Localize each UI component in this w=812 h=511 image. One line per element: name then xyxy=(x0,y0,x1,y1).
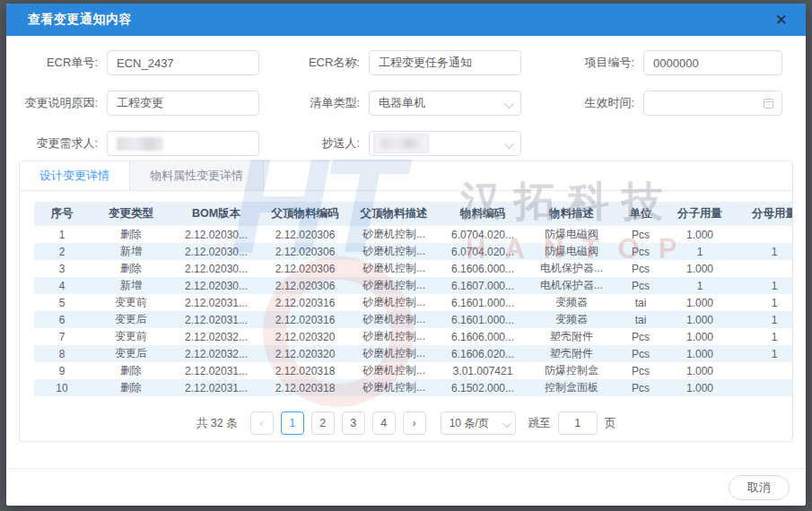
table-cell: 6.1607.000... xyxy=(438,277,528,294)
table-cell: 7 xyxy=(34,328,90,345)
table-cell: 2.12.02030... xyxy=(172,277,260,294)
table-row[interactable]: 3删除2.12.02030...2.12.020306砂磨机控制...6.160… xyxy=(34,260,792,277)
page-size-select[interactable]: 10 条/页 xyxy=(441,411,516,435)
column-header: 父顶物料描述 xyxy=(350,202,438,226)
ecr-name-input[interactable] xyxy=(369,50,521,75)
table-cell: 砂磨机控制... xyxy=(350,328,438,345)
table-cell: 1.000 xyxy=(666,260,734,277)
jump-page-input[interactable] xyxy=(558,411,598,435)
table-cell: 2.12.02031... xyxy=(172,362,260,379)
table-row[interactable]: 8变更后2.12.02032...2.12.020320砂磨机控制...6.16… xyxy=(34,345,792,362)
table-cell: tai xyxy=(616,294,666,311)
page-button[interactable]: 4 xyxy=(372,411,396,435)
table-cell: 4 xyxy=(34,277,90,294)
jump-unit: 页 xyxy=(605,416,616,431)
form-row-3: 变更需求人: 抄送人: xyxy=(19,131,788,156)
ecr-name-label: ECR名称: xyxy=(277,55,360,71)
table-row[interactable]: 7变更前2.12.02032...2.12.020320砂磨机控制...6.16… xyxy=(34,328,792,345)
table-cell: 6.1601.000... xyxy=(438,294,528,311)
change-reason-label: 变更说明原因: xyxy=(19,95,98,111)
change-table: 序号变更类型BOM版本父顶物料编码父顶物料描述物料编码物料描述单位分子用量分母用… xyxy=(34,202,792,396)
field-change-requester: 变更需求人: xyxy=(19,131,259,156)
table-cell: 删除 xyxy=(90,226,172,243)
table-cell: Pcs xyxy=(616,328,666,345)
table-cell: Pcs xyxy=(616,362,666,379)
chevron-down-icon xyxy=(504,139,514,149)
table-cell: 2.12.02031... xyxy=(172,311,260,328)
total-count: 共 32 条 xyxy=(196,416,238,431)
list-type-value: 电器单机 xyxy=(379,95,425,111)
tab-material-attr-change-detail[interactable]: 物料属性变更详情 xyxy=(130,161,264,190)
table-cell: 1.000 xyxy=(666,345,734,362)
project-no-input[interactable] xyxy=(643,50,782,75)
change-reason-input[interactable] xyxy=(107,91,259,116)
table-cell: 6.0704.020... xyxy=(438,226,528,243)
dialog-title: 查看变更通知内容 xyxy=(28,12,132,28)
field-list-type: 清单类型: 电器单机 xyxy=(277,91,521,116)
table-cell: 2.12.02031... xyxy=(172,294,260,311)
table-cell: 1.000 xyxy=(666,294,734,311)
table-row[interactable]: 6变更后2.12.02031...2.12.020316砂磨机控制...6.16… xyxy=(34,311,792,328)
table-cell: 1.000 xyxy=(666,226,734,243)
tab-design-change-detail[interactable]: 设计变更详情 xyxy=(20,161,130,190)
table-cell: 删除 xyxy=(90,260,172,277)
jump-label: 跳至 xyxy=(528,416,551,431)
list-type-select[interactable]: 电器单机 xyxy=(369,91,521,116)
table-cell: 6.1606.000... xyxy=(438,328,528,345)
table-cell: Pcs xyxy=(616,260,666,277)
table-row[interactable]: 2新增2.12.02030...2.12.020306砂磨机控制...6.070… xyxy=(34,243,792,260)
column-header: 分母用量 xyxy=(734,202,792,226)
field-project-no: 项目编号: xyxy=(546,50,782,75)
page-button[interactable]: 1 xyxy=(281,411,304,435)
ecr-name-value[interactable] xyxy=(379,56,511,70)
table-row[interactable]: 10删除2.12.02031...2.12.020318砂磨机控制...6.15… xyxy=(34,379,792,396)
cc-person-select[interactable] xyxy=(369,131,521,156)
page-buttons: 1234 xyxy=(281,411,396,435)
table-cell: 1 xyxy=(666,277,734,294)
change-requester-input[interactable] xyxy=(107,131,259,156)
change-reason-value[interactable] xyxy=(117,97,249,110)
prev-page-button[interactable]: ‹ xyxy=(250,411,274,435)
table-cell: 3.01.007421 xyxy=(438,362,528,379)
table-cell: 2.12.020306 xyxy=(260,226,350,243)
effective-time-input[interactable] xyxy=(643,91,782,116)
field-change-reason: 变更说明原因: xyxy=(19,91,259,116)
table-cell: 3 xyxy=(34,260,90,277)
effective-time-label: 生效时间: xyxy=(546,95,634,111)
cc-person-tag xyxy=(373,134,429,153)
table-row[interactable]: 9删除2.12.02031...2.12.020318砂磨机控制...3.01.… xyxy=(34,362,792,379)
table-cell: 塑壳附件 xyxy=(528,345,616,362)
ecr-no-value[interactable] xyxy=(117,56,249,70)
table-cell: 2.12.020306 xyxy=(260,243,350,260)
table-cell: 2.12.020316 xyxy=(260,294,350,311)
table-cell: 变更后 xyxy=(90,345,172,362)
page-button[interactable]: 2 xyxy=(311,411,335,435)
next-page-button[interactable]: › xyxy=(403,411,426,435)
project-no-label: 项目编号: xyxy=(546,55,634,71)
ecr-no-input[interactable] xyxy=(107,50,259,75)
project-no-value[interactable] xyxy=(653,56,773,70)
table-row[interactable]: 1删除2.12.02030...2.12.020306砂磨机控制...6.070… xyxy=(34,226,792,243)
table-cell: 砂磨机控制... xyxy=(350,311,438,328)
table-cell: Pcs xyxy=(616,243,666,260)
table-cell: 2.12.02030... xyxy=(172,226,260,243)
column-header: 父顶物料编码 xyxy=(260,202,350,226)
table-cell: 砂磨机控制... xyxy=(350,379,438,396)
list-type-label: 清单类型: xyxy=(277,95,360,111)
table-cell xyxy=(734,379,792,396)
table-row[interactable]: 5变更前2.12.02031...2.12.020316砂磨机控制...6.16… xyxy=(34,294,792,311)
close-icon[interactable]: ✕ xyxy=(772,11,791,30)
table-row[interactable]: 4新增2.12.02030...2.12.020306砂磨机控制...6.160… xyxy=(34,277,792,294)
column-header: 分子用量 xyxy=(666,202,734,226)
page-button[interactable]: 3 xyxy=(342,411,365,435)
cancel-button[interactable]: 取消 xyxy=(729,475,790,500)
table-cell: 1 xyxy=(734,294,792,311)
column-header: 物料编码 xyxy=(438,202,528,226)
table-cell: 6.1502.000... xyxy=(438,379,528,396)
table-cell: 6.1601.000... xyxy=(438,311,528,328)
table-cell: 1 xyxy=(734,277,792,294)
table-cell: 1 xyxy=(734,243,792,260)
table-cell: 2.12.02032... xyxy=(172,345,260,362)
field-cc-person: 抄送人: xyxy=(277,131,521,156)
table-cell: 新增 xyxy=(90,277,172,294)
